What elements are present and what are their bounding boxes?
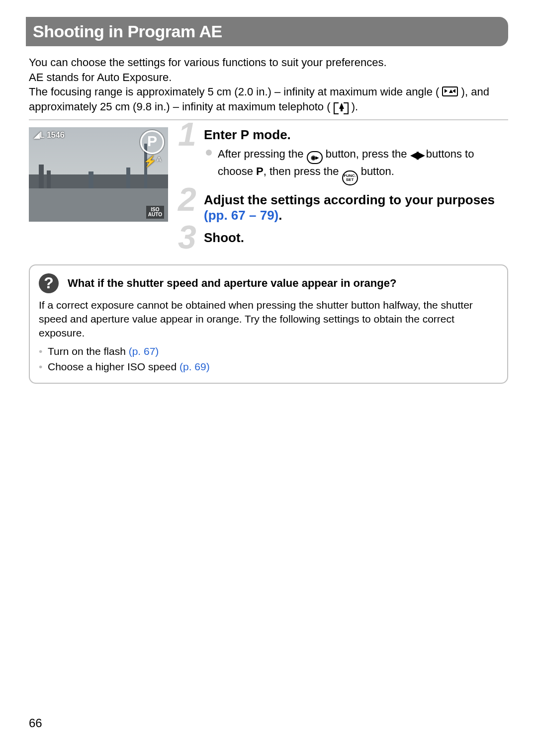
intro-p1: You can choose the settings for various … bbox=[29, 56, 387, 69]
faq-item: Choose a higher ISO speed (p. 69) bbox=[39, 359, 498, 375]
step-title-post: mode. bbox=[249, 127, 291, 142]
lcd-count-value: 1546 bbox=[47, 131, 65, 139]
step-1: 1 Enter P mode. After pressing the ◉▸ bu… bbox=[180, 127, 508, 185]
question-icon: ? bbox=[39, 273, 59, 293]
step-body-d: , then press the bbox=[264, 165, 342, 177]
lcd-iso-icon: ISO AUTO bbox=[146, 206, 164, 219]
faq-item: Turn on the flash (p. 67) bbox=[39, 343, 498, 359]
step-body-e: button. bbox=[361, 165, 394, 177]
step-title: Adjust the settings according to your pu… bbox=[204, 192, 508, 223]
step-title-post: . bbox=[278, 208, 282, 223]
step-number: 3 bbox=[178, 218, 196, 256]
step-body-a: After pressing the bbox=[218, 148, 307, 160]
step-2: 2 Adjust the settings according to your … bbox=[180, 192, 508, 223]
telephoto-icon bbox=[334, 102, 349, 112]
func-set-button-icon: FUNC. SET bbox=[342, 170, 358, 185]
intro-p3c: ). bbox=[352, 100, 358, 113]
faq-body: If a correct exposure cannot be obtained… bbox=[39, 298, 498, 340]
step-title-pre: Adjust the settings according to your pu… bbox=[204, 192, 495, 207]
step-title: Shoot. bbox=[204, 230, 508, 246]
lcd-shot-count: ◢L 1546 bbox=[34, 130, 65, 140]
p-icon: P bbox=[256, 165, 264, 177]
lcd-preview: ◢L 1546 P ⚡ᴬ ISO AUTO bbox=[29, 127, 168, 222]
set-label: SET bbox=[346, 178, 354, 182]
step-3: 3 Shoot. bbox=[180, 230, 508, 246]
p-mode-icon: P bbox=[241, 127, 249, 143]
divider bbox=[29, 119, 508, 120]
lcd-flash-icon: ⚡ᴬ bbox=[143, 155, 161, 168]
page-title: Shooting in Program AE bbox=[26, 17, 508, 46]
page-ref-link[interactable]: (p. 67) bbox=[129, 345, 159, 357]
faq-title: What if the shutter speed and aperture v… bbox=[68, 277, 396, 290]
bullet-icon bbox=[206, 150, 212, 156]
mode-button-icon: ◉▸ bbox=[307, 151, 323, 164]
faq-box: ? What if the shutter speed and aperture… bbox=[29, 264, 508, 384]
page-ref-link[interactable]: (p. 69) bbox=[179, 361, 210, 372]
page-ref-link[interactable]: (pp. 67 – 79) bbox=[204, 208, 278, 223]
intro-p2: AE stands for Auto Exposure. bbox=[29, 71, 172, 84]
step-title: Enter P mode. bbox=[204, 127, 508, 143]
step-body: After pressing the ◉▸ button, press the … bbox=[204, 147, 508, 185]
step-title-pre: Enter bbox=[204, 127, 241, 142]
faq-item-text: Choose a higher ISO speed bbox=[48, 361, 179, 372]
wide-angle-icon bbox=[442, 86, 458, 96]
step-body-b: button, press the bbox=[326, 148, 410, 160]
left-right-arrows-icon: ◀▶ bbox=[410, 149, 423, 161]
faq-list: Turn on the flash (p. 67) Choose a highe… bbox=[39, 343, 498, 375]
steps-list: 1 Enter P mode. After pressing the ◉▸ bu… bbox=[180, 127, 508, 252]
faq-item-text: Turn on the flash bbox=[48, 345, 129, 357]
step-number: 1 bbox=[178, 115, 196, 153]
lcd-mode-p-icon: P bbox=[140, 130, 164, 154]
page-number: 66 bbox=[29, 716, 42, 730]
step-number: 2 bbox=[178, 180, 196, 218]
lcd-iso-line2: AUTO bbox=[148, 212, 162, 217]
intro-p3a: The focusing range is approximately 5 cm… bbox=[29, 85, 439, 98]
intro-text: You can choose the settings for various … bbox=[29, 55, 508, 114]
